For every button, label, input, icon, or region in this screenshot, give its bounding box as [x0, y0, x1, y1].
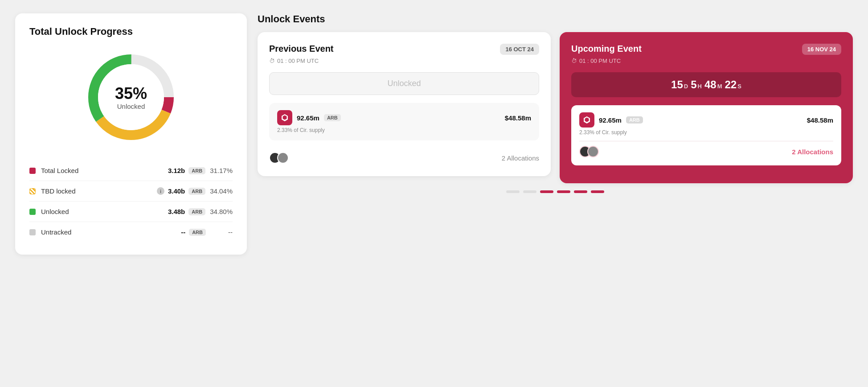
- prev-token-supply: 2.33% of Cir. supply: [277, 127, 531, 133]
- upcoming-arb-icon: [582, 115, 591, 124]
- countdown-seconds: 22 S: [725, 78, 741, 91]
- upcoming-alloc-label: 2 Allocations: [792, 148, 833, 156]
- alloc-circle-2: [277, 152, 289, 164]
- prev-token-row: 92.65m ARB $48.58m: [277, 110, 531, 125]
- page-dot-4[interactable]: [557, 190, 570, 193]
- countdown-hours-unit: H: [698, 83, 702, 90]
- legend-name-unlocked: Unlocked: [41, 208, 168, 215]
- legend-pct-locked: 31.17%: [210, 167, 233, 174]
- previous-event-card: Previous Event 16 OCT 24 ⏱ 01 : 00 PM UT…: [258, 32, 551, 176]
- unlocked-status-btn: Unlocked: [269, 72, 539, 95]
- countdown-sec-unit: S: [737, 83, 741, 90]
- legend-badge-locked: ARB: [188, 167, 205, 174]
- legend-dot-unlocked: [29, 209, 36, 215]
- legend-badge-untracked: ARB: [189, 229, 206, 236]
- clock-icon: ⏱: [269, 58, 275, 64]
- pagination: [258, 190, 853, 193]
- countdown-min-unit: M: [717, 83, 722, 90]
- upcoming-token-amount: 92.65m: [599, 116, 622, 124]
- page-dot-2[interactable]: [523, 190, 536, 193]
- prev-token-badge: ARB: [324, 114, 341, 121]
- prev-token-left: 92.65m ARB: [277, 110, 341, 125]
- legend-value-locked: 3.12b: [168, 167, 185, 174]
- unlocked-status-label: Unlocked: [387, 79, 421, 88]
- upcoming-event-header: Upcoming Event 16 NOV 24: [571, 44, 841, 55]
- upcoming-event-time-text: 01 : 00 PM UTC: [579, 58, 621, 64]
- prev-event-header: Previous Event 16 OCT 24: [269, 44, 539, 55]
- page-dot-1[interactable]: [506, 190, 520, 193]
- prev-alloc-label: 2 Allocations: [502, 154, 539, 162]
- countdown-bar: 15 D 5 H 48 M 22 S: [571, 72, 841, 97]
- legend-value-untracked: --: [181, 228, 185, 236]
- legend-value-unlocked: 3.48b: [168, 208, 185, 215]
- upcoming-token-usd: $48.58m: [807, 116, 833, 124]
- countdown-minutes: 48 M: [704, 78, 722, 91]
- upcoming-token-section: 92.65m ARB $48.58m 2.33% of Cir. supply …: [571, 105, 841, 165]
- legend: Total Locked 3.12b ARB 31.17% TBD locked…: [29, 161, 233, 242]
- total-unlock-progress-card: Total Unlock Progress 35%: [15, 13, 247, 255]
- legend-value-tbd: 3.40b: [168, 187, 185, 195]
- upcoming-token-left: 92.65m ARB: [579, 112, 643, 128]
- legend-badge-tbd: ARB: [188, 188, 205, 195]
- page-wrapper: Total Unlock Progress 35%: [15, 13, 853, 255]
- section-title: Unlock Events: [258, 13, 853, 25]
- prev-token-section: 92.65m ARB $48.58m 2.33% of Cir. supply: [269, 103, 539, 140]
- prev-event-time: ⏱ 01 : 00 PM UTC: [269, 58, 539, 64]
- upcoming-token-badge: ARB: [626, 116, 643, 124]
- prev-token-usd: $48.58m: [505, 114, 531, 122]
- left-card-title: Total Unlock Progress: [29, 26, 233, 37]
- legend-dot-locked: [29, 168, 36, 174]
- prev-event-time-text: 01 : 00 PM UTC: [277, 58, 319, 64]
- upcoming-alloc-circle-2: [587, 146, 599, 157]
- prev-allocations-row[interactable]: 2 Allocations: [269, 147, 539, 165]
- right-section: Unlock Events Previous Event 16 OCT 24 ⏱…: [258, 13, 853, 255]
- page-dot-5[interactable]: [574, 190, 587, 193]
- countdown-sec-num: 22: [725, 78, 737, 91]
- upcoming-alloc-icons: [579, 146, 599, 157]
- upcoming-token-supply: 2.33% of Cir. supply: [579, 129, 833, 136]
- legend-name-untracked: Untracked: [41, 228, 181, 236]
- upcoming-token-icon: [579, 112, 594, 128]
- page-dot-3[interactable]: [540, 190, 553, 193]
- arb-icon: [280, 113, 289, 122]
- legend-row-tbd: TBD locked i 3.40b ARB 34.04%: [29, 181, 233, 202]
- prev-token-amount: 92.65m: [297, 114, 319, 122]
- countdown-days-unit: D: [684, 83, 688, 90]
- donut-percent: 35%: [115, 85, 147, 103]
- prev-event-date: 16 OCT 24: [500, 44, 539, 55]
- countdown-days: 15 D: [671, 78, 688, 91]
- legend-dot-untracked: [29, 229, 36, 235]
- donut-label: Unlocked: [115, 102, 147, 110]
- legend-row-locked: Total Locked 3.12b ARB 31.17%: [29, 161, 233, 181]
- prev-token-icon: [277, 110, 292, 125]
- legend-badge-unlocked: ARB: [188, 208, 205, 215]
- legend-pct-untracked: --: [210, 228, 233, 236]
- legend-row-unlocked: Unlocked 3.48b ARB 34.80%: [29, 202, 233, 222]
- countdown-hours-num: 5: [691, 78, 696, 91]
- upcoming-event-time-row: ⏱ 01 : 00 PM UTC: [571, 58, 841, 64]
- countdown-hours: 5 H: [691, 78, 702, 91]
- countdown-min-num: 48: [704, 78, 717, 91]
- upcoming-token-row: 92.65m ARB $48.58m: [579, 112, 833, 128]
- upcoming-event-card: Upcoming Event 16 NOV 24 ⏱ 01 : 00 PM UT…: [560, 32, 853, 183]
- upcoming-clock-icon: ⏱: [571, 58, 577, 64]
- upcoming-allocations-row[interactable]: 2 Allocations: [579, 141, 833, 158]
- donut-center: 35% Unlocked: [115, 85, 147, 110]
- legend-row-untracked: Untracked -- ARB --: [29, 222, 233, 242]
- info-icon-tbd[interactable]: i: [157, 187, 164, 195]
- legend-name-tbd: TBD locked: [41, 187, 154, 195]
- prev-alloc-icons: [269, 152, 289, 164]
- page-dot-6[interactable]: [591, 190, 604, 193]
- legend-dot-tbd: [29, 188, 36, 194]
- legend-name-locked: Total Locked: [41, 167, 168, 174]
- donut-chart-wrapper: 35% Unlocked: [29, 48, 233, 146]
- countdown-days-num: 15: [671, 78, 683, 91]
- upcoming-event-date: 16 NOV 24: [802, 44, 841, 55]
- legend-pct-tbd: 34.04%: [210, 187, 233, 195]
- legend-pct-unlocked: 34.80%: [210, 208, 233, 215]
- upcoming-event-name: Upcoming Event: [571, 44, 642, 54]
- prev-event-name: Previous Event: [269, 44, 334, 54]
- events-row: Previous Event 16 OCT 24 ⏱ 01 : 00 PM UT…: [258, 32, 853, 183]
